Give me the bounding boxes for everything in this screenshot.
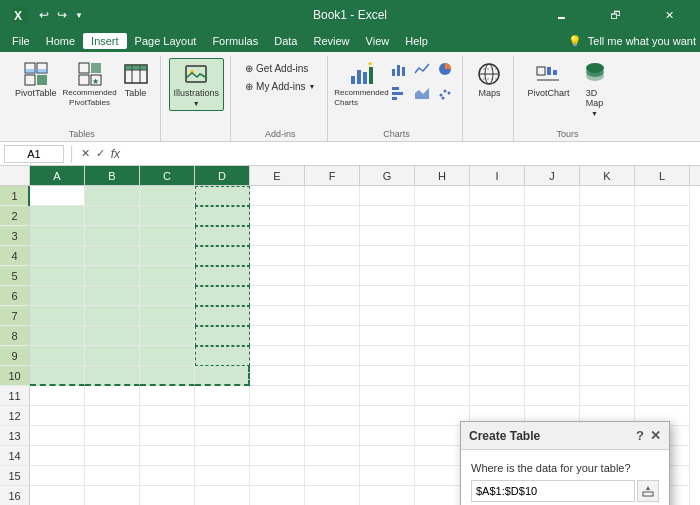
dialog-collapse-button[interactable] <box>637 480 659 502</box>
table-icon <box>124 62 148 86</box>
recommended-charts-button[interactable]: ★ Recommended Charts <box>336 58 386 111</box>
menu-home[interactable]: Home <box>38 33 83 49</box>
cell-A2[interactable] <box>30 206 85 226</box>
cell-D2[interactable] <box>195 206 250 226</box>
close-button[interactable]: ✕ <box>646 0 692 30</box>
ribbon-group-addins-items: ⊕ Get Add-ins ⊕ My Add-ins ▼ <box>239 58 321 129</box>
col-header-H[interactable]: H <box>415 166 470 185</box>
formula-icons: ✕ ✓ fx <box>81 147 120 161</box>
dialog-range-input[interactable] <box>471 480 635 502</box>
scatter-chart-button[interactable] <box>434 82 456 104</box>
my-addins-button[interactable]: ⊕ My Add-ins ▼ <box>239 78 321 95</box>
row-num-10[interactable]: 10 <box>0 366 30 386</box>
insert-function-button[interactable]: fx <box>111 147 120 161</box>
col-header-J[interactable]: J <box>525 166 580 185</box>
dialog-help-button[interactable]: ? <box>636 428 644 443</box>
cell-B1[interactable] <box>85 186 140 206</box>
col-header-C[interactable]: C <box>140 166 195 185</box>
row-num-7[interactable]: 7 <box>0 306 30 326</box>
row-num-4[interactable]: 4 <box>0 246 30 266</box>
col-header-D[interactable]: D <box>195 166 250 185</box>
cell-G1[interactable] <box>360 186 415 206</box>
cell-H1[interactable] <box>415 186 470 206</box>
row-num-12[interactable]: 12 <box>0 406 30 426</box>
menu-review[interactable]: Review <box>305 33 357 49</box>
title-bar: X ↩ ↪ ▼ Book1 - Excel 🗕 🗗 ✕ <box>0 0 700 30</box>
cell-C2[interactable] <box>140 206 195 226</box>
menu-help[interactable]: Help <box>397 33 436 49</box>
menu-view[interactable]: View <box>358 33 398 49</box>
table-row: 4 <box>0 246 700 266</box>
row-num-11[interactable]: 11 <box>0 386 30 406</box>
cancel-formula-button[interactable]: ✕ <box>81 147 90 160</box>
bar-chart-button[interactable] <box>388 82 410 104</box>
row-num-3[interactable]: 3 <box>0 226 30 246</box>
cell-E1[interactable] <box>250 186 305 206</box>
pie-chart-button[interactable] <box>434 58 456 80</box>
area-chart-button[interactable] <box>411 82 433 104</box>
menu-data[interactable]: Data <box>266 33 305 49</box>
cell-I1[interactable] <box>470 186 525 206</box>
cell-A1[interactable] <box>30 186 85 206</box>
table-row: 8 <box>0 326 700 346</box>
my-addins-dropdown-icon: ▼ <box>309 83 316 90</box>
customize-qat-button[interactable]: ▼ <box>72 9 86 22</box>
dialog-close-button[interactable]: ✕ <box>650 428 661 443</box>
tell-me-text[interactable]: Tell me what you want <box>588 35 696 47</box>
menu-insert[interactable]: Insert <box>83 33 127 49</box>
col-header-B[interactable]: B <box>85 166 140 185</box>
cell-D1[interactable] <box>195 186 250 206</box>
row-num-6[interactable]: 6 <box>0 286 30 306</box>
3d-map-button[interactable]: 3DMap ▼ <box>577 58 613 121</box>
svg-rect-42 <box>547 67 551 75</box>
col-header-E[interactable]: E <box>250 166 305 185</box>
redo-button[interactable]: ↪ <box>54 6 70 24</box>
col-header-K[interactable]: K <box>580 166 635 185</box>
col-header-L[interactable]: L <box>635 166 690 185</box>
col-header-A[interactable]: A <box>30 166 85 185</box>
menu-file[interactable]: File <box>4 33 38 49</box>
cell-K1[interactable] <box>580 186 635 206</box>
ribbon-group-maps-items: Maps <box>471 58 507 139</box>
name-box[interactable] <box>4 145 64 163</box>
row-num-1[interactable]: 1 <box>0 186 30 206</box>
pivot-table-icon <box>24 62 48 86</box>
confirm-formula-button[interactable]: ✓ <box>96 147 105 160</box>
recommended-pivot-tables-button[interactable]: ★ Recommended PivotTables <box>64 58 116 111</box>
cell-F1[interactable] <box>305 186 360 206</box>
svg-text:★: ★ <box>92 77 99 86</box>
row-num-8[interactable]: 8 <box>0 326 30 346</box>
row-num-15[interactable]: 15 <box>0 466 30 486</box>
row-num-14[interactable]: 14 <box>0 446 30 466</box>
menu-formulas[interactable]: Formulas <box>204 33 266 49</box>
row-num-13[interactable]: 13 <box>0 426 30 446</box>
illustrations-icon <box>184 62 208 86</box>
illustrations-button[interactable]: Illustrations ▼ <box>169 58 225 111</box>
undo-button[interactable]: ↩ <box>36 6 52 24</box>
col-header-F[interactable]: F <box>305 166 360 185</box>
get-addins-button[interactable]: ⊕ Get Add-ins <box>239 60 321 77</box>
formula-input[interactable] <box>124 148 696 160</box>
minimize-button[interactable]: 🗕 <box>538 0 584 30</box>
cell-C1[interactable] <box>140 186 195 206</box>
maps-button[interactable]: Maps <box>471 58 507 102</box>
cell-J1[interactable] <box>525 186 580 206</box>
col-header-G[interactable]: G <box>360 166 415 185</box>
cell-B2[interactable] <box>85 206 140 226</box>
table-button[interactable]: Table <box>118 58 154 102</box>
menu-page-layout[interactable]: Page Layout <box>127 33 205 49</box>
restore-button[interactable]: 🗗 <box>592 0 638 30</box>
tell-me-container: 💡 Tell me what you want <box>568 35 696 48</box>
menu-bar: File Home Insert Page Layout Formulas Da… <box>0 30 700 52</box>
row-num-9[interactable]: 9 <box>0 346 30 366</box>
col-header-I[interactable]: I <box>470 166 525 185</box>
pivot-table-button[interactable]: PivotTable <box>10 58 62 102</box>
row-num-5[interactable]: 5 <box>0 266 30 286</box>
row-num-16[interactable]: 16 <box>0 486 30 505</box>
line-chart-button[interactable] <box>411 58 433 80</box>
cell-L1[interactable] <box>635 186 690 206</box>
tables-group-label: Tables <box>10 129 154 141</box>
row-num-2[interactable]: 2 <box>0 206 30 226</box>
pivot-chart-button[interactable]: PivotChart <box>522 58 574 102</box>
column-chart-button[interactable] <box>388 58 410 80</box>
